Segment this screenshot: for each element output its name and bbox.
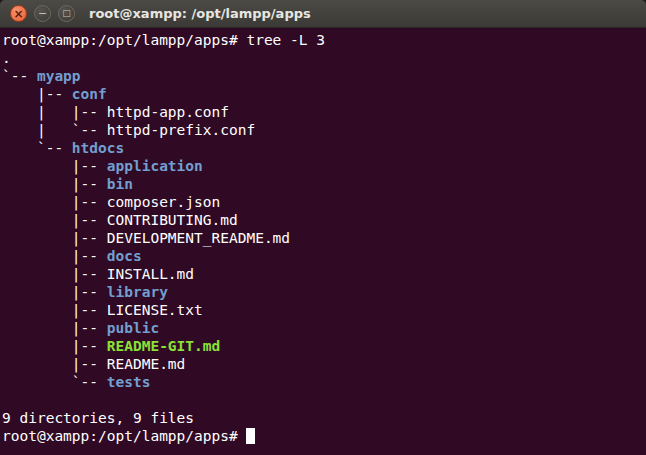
terminal-line: |-- library <box>2 283 646 301</box>
minimize-button[interactable]: − <box>34 5 51 22</box>
terminal-text: |-- composer.json <box>2 194 220 210</box>
terminal-line: |-- README.md <box>2 355 646 373</box>
directory-name: library <box>107 284 168 300</box>
terminal-line: root@xampp:/opt/lampp/apps# <box>2 427 646 445</box>
terminal-text: |-- <box>2 284 107 300</box>
terminal-text: `-- <box>2 68 37 84</box>
directory-name: public <box>107 320 159 336</box>
terminal-line: |-- LICENSE.txt <box>2 301 646 319</box>
terminal-text: |-- DEVELOPMENT_README.md <box>2 230 290 246</box>
terminal-text: |-- <box>2 86 72 102</box>
directory-name: conf <box>72 86 107 102</box>
terminal-text: |-- INSTALL.md <box>2 266 194 282</box>
directory-name: docs <box>107 248 142 264</box>
terminal-text: |-- LICENSE.txt <box>2 302 203 318</box>
maximize-button[interactable]: □ <box>58 5 75 22</box>
terminal-line: |-- CONTRIBUTING.md <box>2 211 646 229</box>
terminal-line <box>2 391 646 409</box>
terminal-window: × − □ root@xampp: /opt/lampp/apps root@x… <box>0 0 646 455</box>
terminal-line: |-- INSTALL.md <box>2 265 646 283</box>
terminal-text: | |-- httpd-app.conf <box>2 104 229 120</box>
terminal-text: |-- CONTRIBUTING.md <box>2 212 238 228</box>
terminal-text: |-- <box>2 158 107 174</box>
directory-name: bin <box>107 176 133 192</box>
terminal-text: root@xampp:/opt/lampp/apps# <box>2 428 246 444</box>
terminal-line: 9 directories, 9 files <box>2 409 646 427</box>
titlebar[interactable]: × − □ root@xampp: /opt/lampp/apps <box>0 0 646 28</box>
terminal-line: |-- DEVELOPMENT_README.md <box>2 229 646 247</box>
directory-name: htdocs <box>72 140 124 156</box>
terminal-text: |-- README.md <box>2 356 185 372</box>
terminal-line: |-- public <box>2 319 646 337</box>
window-title: root@xampp: /opt/lampp/apps <box>89 6 311 21</box>
terminal-body[interactable]: root@xampp:/opt/lampp/apps# tree -L 3.`-… <box>0 28 646 455</box>
terminal-text: 9 directories, 9 files <box>2 410 194 426</box>
terminal-text: `-- <box>2 374 107 390</box>
directory-name: application <box>107 158 203 174</box>
minimize-icon: − <box>38 8 47 19</box>
directory-name: myapp <box>37 68 81 84</box>
terminal-text: |-- <box>2 320 107 336</box>
terminal-line: . <box>2 49 646 67</box>
terminal-line: root@xampp:/opt/lampp/apps# tree -L 3 <box>2 31 646 49</box>
terminal-text: | `-- httpd-prefix.conf <box>2 122 255 138</box>
terminal-text: |-- <box>2 338 107 354</box>
terminal-text: |-- <box>2 248 107 264</box>
terminal-text: |-- <box>2 176 107 192</box>
terminal-line: |-- README-GIT.md <box>2 337 646 355</box>
directory-name: tests <box>107 374 151 390</box>
terminal-line: |-- application <box>2 157 646 175</box>
executable-name: README-GIT.md <box>107 338 221 354</box>
terminal-line: |-- conf <box>2 85 646 103</box>
terminal-line: |-- bin <box>2 175 646 193</box>
close-icon: × <box>13 8 23 20</box>
terminal-cursor <box>246 428 255 444</box>
terminal-line: |-- composer.json <box>2 193 646 211</box>
terminal-line: `-- tests <box>2 373 646 391</box>
terminal-line: `-- htdocs <box>2 139 646 157</box>
maximize-icon: □ <box>62 9 71 18</box>
terminal-text: `-- <box>2 140 72 156</box>
terminal-line: | |-- httpd-app.conf <box>2 103 646 121</box>
terminal-text: . <box>2 50 11 66</box>
terminal-text: root@xampp:/opt/lampp/apps# tree -L 3 <box>2 32 325 48</box>
terminal-line: | `-- httpd-prefix.conf <box>2 121 646 139</box>
terminal-line: `-- myapp <box>2 67 646 85</box>
window-controls: × − □ <box>0 5 75 22</box>
terminal-line: |-- docs <box>2 247 646 265</box>
close-button[interactable]: × <box>10 5 27 22</box>
